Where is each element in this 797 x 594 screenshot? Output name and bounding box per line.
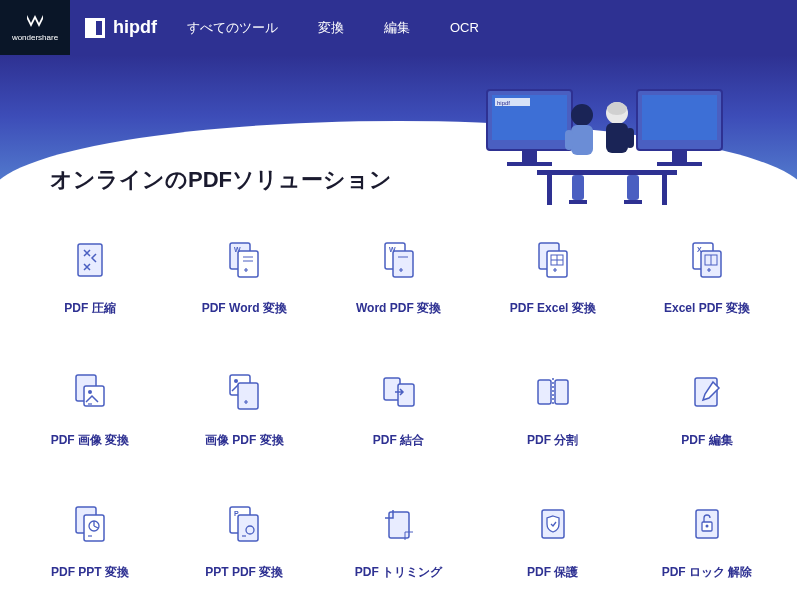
pdf-image-icon xyxy=(70,372,110,412)
tool-label: Excel PDF 変換 xyxy=(664,300,750,317)
svg-rect-60 xyxy=(238,515,258,541)
page-title: オンラインのPDFソリューション xyxy=(50,165,392,195)
tool-pdf-merge[interactable]: PDF 結合 xyxy=(329,372,469,449)
word-pdf-icon: W xyxy=(379,240,419,280)
svg-rect-48 xyxy=(238,383,258,409)
tools-grid: PDF 圧縮 W PDF Word 変換 W Word PDF 変換 PDF E… xyxy=(0,210,797,594)
svg-rect-15 xyxy=(626,128,634,148)
excel-pdf-icon: X xyxy=(687,240,727,280)
edit-icon xyxy=(687,372,727,412)
svg-rect-52 xyxy=(555,380,568,404)
tool-label: PDF Excel 変換 xyxy=(510,300,596,317)
svg-text:W: W xyxy=(234,246,241,253)
svg-rect-17 xyxy=(547,175,552,205)
compress-icon xyxy=(70,240,110,280)
svg-rect-25 xyxy=(238,251,258,277)
svg-point-66 xyxy=(706,525,709,528)
svg-rect-62 xyxy=(389,512,409,538)
svg-point-47 xyxy=(234,379,238,383)
protect-icon xyxy=(533,504,573,544)
tool-pdf-to-ppt[interactable]: PDF PPT 変換 xyxy=(20,504,160,581)
svg-rect-44 xyxy=(84,386,104,406)
svg-rect-5 xyxy=(507,162,552,166)
svg-rect-9 xyxy=(657,162,702,166)
svg-rect-11 xyxy=(571,125,593,155)
svg-rect-7 xyxy=(642,95,717,140)
tool-label: PDF Word 変換 xyxy=(202,300,287,317)
merge-icon xyxy=(379,372,419,412)
tool-label: PDF 分割 xyxy=(527,432,578,449)
tool-label: PDF 結合 xyxy=(373,432,424,449)
wondershare-brand[interactable]: wondershare xyxy=(0,0,70,55)
ppt-pdf-icon: P xyxy=(224,504,264,544)
image-pdf-icon xyxy=(224,372,264,412)
svg-rect-12 xyxy=(565,130,573,150)
tool-row: PDF 画像 変換 画像 PDF 変換 PDF 結合 PDF 分割 PDF 編集 xyxy=(20,372,777,449)
tool-word-to-pdf[interactable]: W Word PDF 変換 xyxy=(329,240,469,317)
hero-illustration: hipdf xyxy=(477,75,757,205)
tool-pdf-to-image[interactable]: PDF 画像 変換 xyxy=(20,372,160,449)
unlock-icon xyxy=(687,504,727,544)
tool-label: PDF 圧縮 xyxy=(64,300,115,317)
tool-pdf-unlock[interactable]: PDF ロック 解除 xyxy=(637,504,777,581)
tool-pdf-compress[interactable]: PDF 圧縮 xyxy=(20,240,160,317)
svg-rect-23 xyxy=(78,244,102,276)
svg-rect-20 xyxy=(569,200,587,204)
nav-edit[interactable]: 編集 xyxy=(384,19,410,37)
svg-rect-16 xyxy=(537,170,677,175)
svg-rect-14 xyxy=(606,123,628,153)
hipdf-logo-icon xyxy=(85,18,105,38)
tool-label: PDF トリミング xyxy=(355,564,442,581)
wondershare-icon xyxy=(27,13,43,31)
pdf-word-icon: W xyxy=(224,240,264,280)
navbar: hipdf すべてのツール 変換 編集 OCR xyxy=(70,0,797,55)
hipdf-logo-text: hipdf xyxy=(113,17,157,38)
pdf-ppt-icon xyxy=(70,504,110,544)
svg-rect-22 xyxy=(624,200,642,204)
nav-all-tools[interactable]: すべてのツール xyxy=(187,19,278,37)
split-icon xyxy=(533,372,573,412)
topbar: wondershare hipdf すべてのツール 変換 編集 OCR xyxy=(0,0,797,55)
svg-rect-51 xyxy=(538,380,551,404)
svg-rect-8 xyxy=(672,150,687,162)
tool-pdf-edit[interactable]: PDF 編集 xyxy=(637,372,777,449)
nav-convert[interactable]: 変換 xyxy=(318,19,344,37)
tool-label: PDF 保護 xyxy=(527,564,578,581)
hipdf-logo[interactable]: hipdf xyxy=(85,17,157,38)
tool-row: PDF PPT 変換 P PPT PDF 変換 PDF トリミング PDF 保護… xyxy=(20,504,777,581)
svg-rect-21 xyxy=(627,175,639,200)
tool-excel-to-pdf[interactable]: X Excel PDF 変換 xyxy=(637,240,777,317)
svg-rect-4 xyxy=(522,150,537,162)
tool-label: PDF 画像 変換 xyxy=(51,432,130,449)
tool-label: PPT PDF 変換 xyxy=(205,564,283,581)
svg-rect-31 xyxy=(393,251,413,277)
wondershare-label: wondershare xyxy=(12,33,58,42)
svg-point-45 xyxy=(88,390,92,394)
nav-ocr[interactable]: OCR xyxy=(450,20,479,35)
svg-point-10 xyxy=(571,104,593,126)
pdf-excel-icon xyxy=(533,240,573,280)
tool-label: 画像 PDF 変換 xyxy=(205,432,284,449)
tool-label: PDF PPT 変換 xyxy=(51,564,129,581)
tool-image-to-pdf[interactable]: 画像 PDF 変換 xyxy=(174,372,314,449)
hero: hipdf オンラインのPDFソリューション xyxy=(0,55,797,210)
tool-pdf-protect[interactable]: PDF 保護 xyxy=(483,504,623,581)
tool-pdf-to-word[interactable]: W PDF Word 変換 xyxy=(174,240,314,317)
svg-rect-18 xyxy=(662,175,667,205)
svg-rect-19 xyxy=(572,175,584,200)
tool-pdf-crop[interactable]: PDF トリミング xyxy=(329,504,469,581)
tool-pdf-to-excel[interactable]: PDF Excel 変換 xyxy=(483,240,623,317)
svg-text:hipdf: hipdf xyxy=(497,100,510,106)
tool-label: PDF ロック 解除 xyxy=(662,564,753,581)
crop-icon xyxy=(379,504,419,544)
tool-label: Word PDF 変換 xyxy=(356,300,441,317)
tool-row: PDF 圧縮 W PDF Word 変換 W Word PDF 変換 PDF E… xyxy=(20,240,777,317)
svg-rect-56 xyxy=(84,515,104,541)
tool-label: PDF 編集 xyxy=(681,432,732,449)
tool-ppt-to-pdf[interactable]: P PPT PDF 変換 xyxy=(174,504,314,581)
tool-pdf-split[interactable]: PDF 分割 xyxy=(483,372,623,449)
